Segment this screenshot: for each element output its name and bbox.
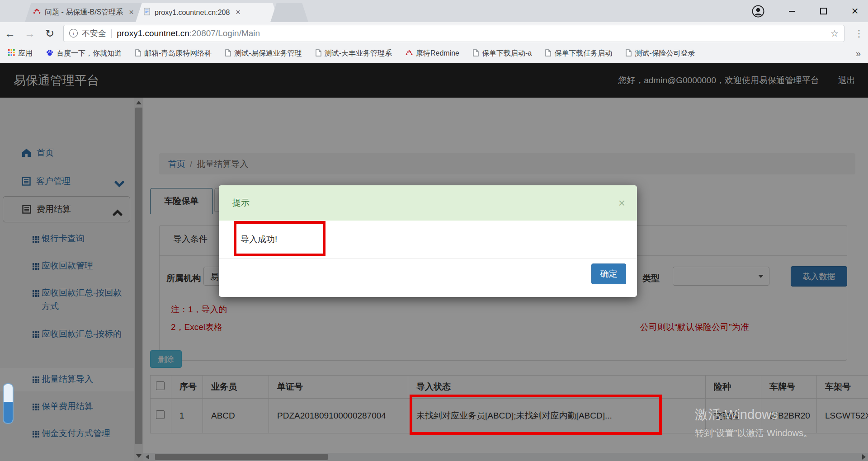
bookmark-label: 应用 xyxy=(18,49,33,58)
window-minimize-icon[interactable] xyxy=(780,0,803,22)
tab-title: 问题 - 易保通-B/S管理系 xyxy=(45,8,123,17)
baidu-paw-icon xyxy=(46,49,53,58)
reload-icon[interactable]: ↻ xyxy=(40,27,60,40)
bookmark-test-tf[interactable]: 测试-天丰业务管理系 xyxy=(316,49,392,58)
modal-ok-button[interactable]: 确定 xyxy=(591,263,626,284)
bookmark-label: 百度一下，你就知道 xyxy=(57,49,122,58)
bookmark-label: 测试-保险公司登录 xyxy=(635,49,695,58)
browser-toolbar: ← → ↻ i 不安全 | proxy1.countnet.cn:20807/L… xyxy=(0,22,868,44)
bookmark-label: 测试-易保通业务管理 xyxy=(234,49,302,58)
bookmark-star-icon[interactable]: ☆ xyxy=(830,28,839,39)
browser-tab-redmine[interactable]: 问题 - 易保通-B/S管理系 × xyxy=(25,3,149,22)
url-path: :20807/Login/Main xyxy=(189,28,260,38)
tab-close-icon[interactable]: × xyxy=(236,8,241,17)
forward-icon: → xyxy=(20,27,40,40)
window-close-icon[interactable]: × xyxy=(844,0,866,22)
bookmark-label: 保单下载启动-a xyxy=(482,49,532,58)
url-text: proxy1.countnet.cn:20807/Login/Main xyxy=(117,28,260,38)
bookmark-apps[interactable]: 应用 xyxy=(8,49,33,58)
modal-footer: 确定 xyxy=(219,259,637,297)
profile-avatar-icon[interactable] xyxy=(747,0,769,22)
page-icon xyxy=(316,49,321,58)
bookmark-test-ybt[interactable]: 测试-易保通业务管理 xyxy=(225,49,302,58)
security-label: 不安全 xyxy=(82,28,106,39)
bookmark-baidu[interactable]: 百度一下，你就知道 xyxy=(46,49,122,58)
bookmarks-overflow-icon[interactable]: » xyxy=(856,48,861,59)
modal-close-icon[interactable]: × xyxy=(618,196,625,210)
new-tab-button[interactable] xyxy=(270,3,308,22)
address-bar[interactable]: i 不安全 | proxy1.countnet.cn:20807/Login/M… xyxy=(63,25,844,42)
back-icon[interactable]: ← xyxy=(0,27,20,40)
browser-menu-icon[interactable]: ⋮ xyxy=(850,28,868,39)
url-host: proxy1.countnet.cn xyxy=(117,28,189,38)
bookmark-label: 邮箱-青岛康特网络科 xyxy=(144,49,212,58)
page-icon xyxy=(225,49,231,58)
modal-title: 提示 xyxy=(232,197,250,209)
annotation-box-modal-message xyxy=(234,221,326,256)
page-favicon-icon xyxy=(144,8,151,17)
bookmark-policy-task[interactable]: 保单下载任务启动 xyxy=(545,49,612,58)
browser-tab-strip: 问题 - 易保通-B/S管理系 × proxy1.countnet.cn:208… xyxy=(0,0,868,22)
bookmark-label: 康特Redmine xyxy=(416,49,459,58)
page-icon xyxy=(626,49,632,58)
window-maximize-icon[interactable] xyxy=(812,0,835,22)
url-divider: | xyxy=(110,28,113,38)
tab-title: proxy1.countnet.cn:208 xyxy=(155,9,230,17)
bookmarks-bar: 应用 百度一下，你就知道 邮箱-青岛康特网络科 测试-易保通业务管理 测试-天丰… xyxy=(0,44,868,63)
bookmark-redmine[interactable]: 康特Redmine xyxy=(406,49,459,58)
apps-grid-icon xyxy=(8,49,15,58)
bookmark-mail[interactable]: 邮箱-青岛康特网络科 xyxy=(135,49,212,58)
bookmark-label: 测试-天丰业务管理系 xyxy=(325,49,392,58)
tab-close-icon[interactable]: × xyxy=(129,8,134,17)
modal-header: 提示 × xyxy=(219,185,637,221)
page-icon xyxy=(473,49,479,58)
windows-activation-watermark-line1: 激活 Windows xyxy=(695,406,778,424)
info-icon[interactable]: i xyxy=(69,29,78,38)
redmine-icon xyxy=(406,49,413,58)
thermometer-slider[interactable] xyxy=(3,383,14,424)
bookmark-test-login[interactable]: 测试-保险公司登录 xyxy=(626,49,695,58)
windows-activation-watermark-line2: 转到“设置”以激活 Windows。 xyxy=(695,427,812,439)
page-icon xyxy=(135,49,141,58)
browser-window: 问题 - 易保通-B/S管理系 × proxy1.countnet.cn:208… xyxy=(0,0,868,461)
thermometer-fill xyxy=(4,402,13,423)
bookmark-label: 保单下载任务启动 xyxy=(554,49,612,58)
annotation-box-import-status xyxy=(410,395,662,435)
browser-tab-active[interactable]: proxy1.countnet.cn:208 × xyxy=(136,3,279,22)
page-icon xyxy=(545,49,551,58)
redmine-favicon-icon xyxy=(33,8,41,17)
bookmark-policy-dl-a[interactable]: 保单下载启动-a xyxy=(473,49,532,58)
